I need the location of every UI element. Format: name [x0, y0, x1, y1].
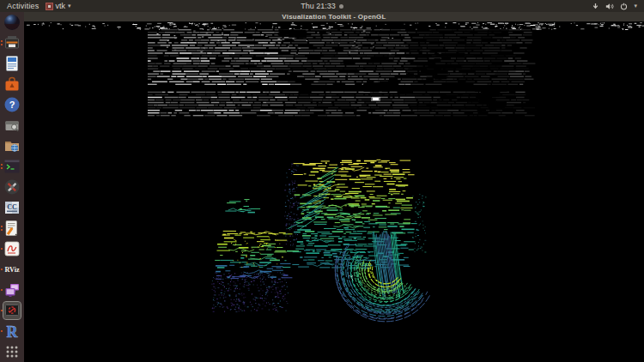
globe-app-icon: [3, 14, 21, 31]
opengl-viewport: [24, 21, 644, 362]
network-folder-icon: [3, 137, 21, 154]
scanner-icon: [3, 117, 21, 134]
running-indicator: [1, 164, 3, 169]
running-indicator: [1, 310, 3, 311]
dock-item-remote-desktop[interactable]: [0, 280, 24, 300]
printer-icon: [3, 34, 21, 51]
clock-area: Thu 21:33: [0, 2, 644, 10]
chevron-down-icon: ▾: [68, 3, 71, 9]
dock-item-cloudcompare[interactable]: CC: [0, 197, 24, 218]
text-editor-icon: [3, 220, 21, 237]
dock-item-printer[interactable]: [0, 33, 24, 53]
dock-item-screen-recorder[interactable]: [0, 300, 24, 321]
dock-item-signature-notes[interactable]: [0, 238, 24, 259]
network-down-icon: [592, 3, 599, 10]
dock: ?CCRVizR: [0, 12, 24, 362]
rviz-icon: RViz: [3, 261, 21, 278]
window-titlebar[interactable]: Visualization Toolkit - OpenGL: [24, 12, 644, 21]
help-icon: ?: [3, 96, 21, 113]
screen-recorder-icon: [3, 302, 21, 319]
running-indicator: [1, 289, 3, 291]
top-bar: Activities vtk ▾ Thu 21:33: [0, 0, 644, 12]
dock-item-rviz[interactable]: RViz: [0, 259, 24, 280]
opengl-viewport-canvas[interactable]: [24, 21, 644, 362]
terminal-icon: [3, 158, 21, 175]
dock-item-show-apps[interactable]: [0, 341, 24, 362]
dock-item-r-project[interactable]: R: [0, 321, 24, 341]
r-project-icon: R: [3, 323, 21, 340]
svg-text:RViz: RViz: [4, 266, 19, 274]
running-indicator: [1, 330, 3, 332]
signature-notes-icon: [3, 240, 21, 257]
window-title: Visualization Toolkit - OpenGL: [282, 13, 386, 21]
dock-item-help[interactable]: ?: [0, 94, 24, 115]
clock-label: Thu 21:33: [301, 2, 336, 10]
dock-item-libreoffice-writer[interactable]: [0, 53, 24, 74]
running-indicator: [1, 268, 3, 270]
dock-item-terminal[interactable]: [0, 156, 24, 177]
remote-desktop-icon: [3, 281, 21, 299]
svg-text:R: R: [7, 323, 19, 341]
desktop: Activities vtk ▾ Thu 21:33: [0, 0, 644, 362]
dock-item-software-store[interactable]: [0, 74, 24, 94]
dock-item-globe-app[interactable]: [0, 12, 24, 33]
running-indicator: [1, 40, 3, 45]
tweaks-tool-icon: [3, 178, 21, 196]
system-status-area[interactable]: ▾: [592, 3, 644, 10]
vtk-app-icon: [46, 3, 53, 10]
software-store-icon: [3, 75, 21, 93]
clock-button[interactable]: Thu 21:33: [301, 2, 343, 10]
running-indicator: [1, 248, 3, 250]
notification-dot-icon: [339, 4, 343, 9]
app-menu-label: vtk: [56, 2, 66, 10]
dock-item-network-folder[interactable]: [0, 136, 24, 156]
volume-icon: [605, 3, 614, 10]
dock-item-scanner[interactable]: [0, 115, 24, 136]
dock-item-text-editor[interactable]: [0, 218, 24, 238]
system-menu-caret-icon: ▾: [634, 3, 637, 9]
dock-item-tweaks-tool[interactable]: [0, 177, 24, 197]
activities-button[interactable]: Activities: [7, 2, 39, 10]
power-icon: [620, 3, 628, 10]
show-apps-icon: [3, 343, 21, 360]
running-indicator: [1, 226, 3, 231]
cloudcompare-icon: CC: [3, 199, 21, 216]
svg-text:?: ?: [9, 100, 15, 110]
libreoffice-writer-icon: [3, 55, 21, 72]
svg-text:CC: CC: [7, 203, 17, 211]
top-bar-left: Activities vtk ▾: [0, 2, 71, 10]
app-menu[interactable]: vtk ▾: [46, 2, 71, 10]
